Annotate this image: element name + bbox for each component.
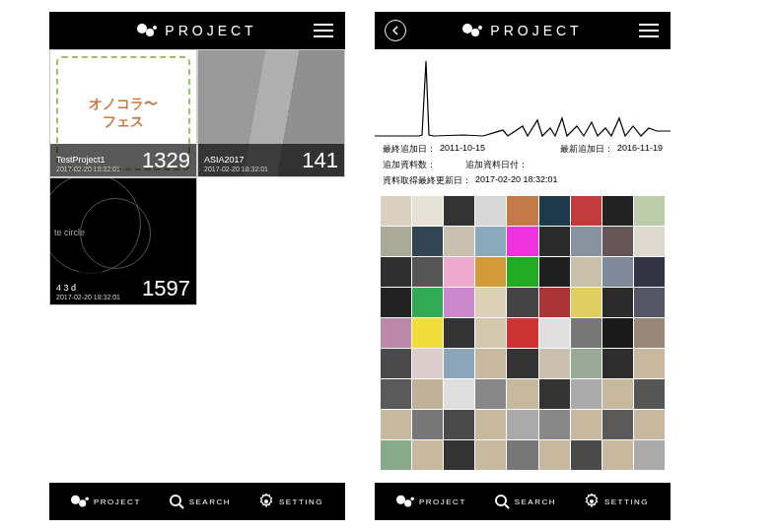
project-grid: オノコラ〜 フェス TestProject1 2017-02-20 18:32:…	[49, 49, 345, 483]
mosaic-tile[interactable]	[475, 349, 506, 378]
mosaic-tile[interactable]	[571, 318, 601, 348]
mosaic-tile[interactable]	[539, 379, 570, 409]
mosaic-tile[interactable]	[539, 257, 570, 287]
mosaic-tile[interactable]	[507, 349, 537, 378]
nav-project[interactable]: PROJECT	[396, 495, 466, 508]
menu-button[interactable]	[314, 24, 333, 37]
mosaic-tile[interactable]	[444, 440, 474, 470]
nav-setting[interactable]: SETTING	[584, 494, 649, 509]
mosaic-tile[interactable]	[602, 318, 633, 348]
mosaic-tile[interactable]	[507, 410, 537, 439]
mosaic-tile[interactable]	[539, 440, 570, 470]
back-button[interactable]	[385, 20, 406, 41]
project-card[interactable]: オノコラ〜 フェス TestProject1 2017-02-20 18:32:…	[49, 49, 197, 177]
mosaic-tile[interactable]	[507, 196, 537, 226]
project-card[interactable]: te circle 4 3 d 2017-02-20 18:32:01 1597	[49, 177, 197, 305]
nav-setting[interactable]: SETTING	[258, 494, 323, 509]
mosaic-tile[interactable]	[444, 318, 474, 348]
mosaic-tile[interactable]	[444, 227, 474, 256]
mosaic-tile[interactable]	[412, 196, 443, 226]
mosaic-tile[interactable]	[602, 349, 633, 378]
mosaic-tile[interactable]	[475, 196, 506, 226]
mosaic-tile[interactable]	[571, 288, 601, 317]
mosaic-tile[interactable]	[634, 196, 665, 226]
mosaic-tile[interactable]	[444, 257, 474, 287]
bottom-nav: PROJECT SEARCH SETTING	[375, 483, 671, 520]
mosaic-tile[interactable]	[571, 440, 601, 470]
mosaic-tile[interactable]	[381, 440, 411, 470]
mosaic-tile[interactable]	[571, 196, 601, 226]
mosaic-tile[interactable]	[412, 318, 443, 348]
mosaic-tile[interactable]	[634, 410, 665, 439]
mosaic-tile[interactable]	[381, 349, 411, 378]
mosaic-tile[interactable]	[602, 196, 633, 226]
mosaic-tile[interactable]	[475, 288, 506, 317]
mosaic-tile[interactable]	[571, 257, 601, 287]
mosaic-tile[interactable]	[475, 440, 506, 470]
mosaic-tile[interactable]	[602, 288, 633, 317]
mosaic-tile[interactable]	[475, 227, 506, 256]
mosaic-tile[interactable]	[507, 288, 537, 317]
mosaic-tile[interactable]	[381, 410, 411, 439]
mosaic-tile[interactable]	[634, 379, 665, 409]
mosaic-tile[interactable]	[381, 318, 411, 348]
mosaic-tile[interactable]	[381, 257, 411, 287]
mosaic-tile[interactable]	[571, 349, 601, 378]
mosaic-tile[interactable]	[634, 227, 665, 256]
brand-text: PROJECT	[165, 23, 256, 38]
mosaic-tile[interactable]	[507, 257, 537, 287]
mosaic-tile[interactable]	[602, 257, 633, 287]
mosaic-tile[interactable]	[412, 379, 443, 409]
brand-logo-icon	[462, 24, 482, 37]
mosaic-tile[interactable]	[634, 257, 665, 287]
mosaic-tile[interactable]	[507, 318, 537, 348]
mosaic-tile[interactable]	[444, 379, 474, 409]
thumbnail-mosaic[interactable]	[375, 194, 671, 470]
mosaic-tile[interactable]	[634, 349, 665, 378]
mosaic-tile[interactable]	[444, 410, 474, 439]
mosaic-tile[interactable]	[602, 379, 633, 409]
mosaic-tile[interactable]	[444, 196, 474, 226]
mosaic-tile[interactable]	[571, 410, 601, 439]
mosaic-tile[interactable]	[634, 318, 665, 348]
mosaic-tile[interactable]	[539, 318, 570, 348]
mosaic-tile[interactable]	[507, 440, 537, 470]
mosaic-tile[interactable]	[412, 410, 443, 439]
menu-button[interactable]	[639, 24, 659, 37]
nav-project[interactable]: PROJECT	[71, 495, 141, 508]
mosaic-tile[interactable]	[539, 288, 570, 317]
mosaic-tile[interactable]	[539, 196, 570, 226]
svg-point-3	[71, 496, 80, 504]
mosaic-tile[interactable]	[571, 379, 601, 409]
mosaic-tile[interactable]	[444, 288, 474, 317]
mosaic-tile[interactable]	[602, 410, 633, 439]
mosaic-tile[interactable]	[475, 318, 506, 348]
mosaic-tile[interactable]	[412, 349, 443, 378]
mosaic-tile[interactable]	[475, 410, 506, 439]
mosaic-tile[interactable]	[507, 379, 537, 409]
mosaic-tile[interactable]	[475, 379, 506, 409]
mosaic-tile[interactable]	[475, 257, 506, 287]
nav-label: PROJECT	[94, 498, 141, 506]
nav-search[interactable]: SEARCH	[494, 494, 556, 509]
mosaic-tile[interactable]	[412, 227, 443, 256]
mosaic-tile[interactable]	[412, 440, 443, 470]
mosaic-tile[interactable]	[381, 288, 411, 317]
mosaic-tile[interactable]	[634, 440, 665, 470]
mosaic-tile[interactable]	[381, 379, 411, 409]
mosaic-tile[interactable]	[444, 349, 474, 378]
nav-search[interactable]: SEARCH	[169, 494, 231, 509]
mosaic-tile[interactable]	[381, 196, 411, 226]
project-card[interactable]: ASIA2017 2017-02-20 18:32:01 141	[197, 49, 345, 177]
mosaic-tile[interactable]	[539, 410, 570, 439]
mosaic-tile[interactable]	[571, 227, 601, 256]
mosaic-tile[interactable]	[602, 227, 633, 256]
mosaic-tile[interactable]	[634, 288, 665, 317]
mosaic-tile[interactable]	[507, 227, 537, 256]
mosaic-tile[interactable]	[412, 288, 443, 317]
mosaic-tile[interactable]	[412, 257, 443, 287]
mosaic-tile[interactable]	[539, 349, 570, 378]
mosaic-tile[interactable]	[602, 440, 633, 470]
mosaic-tile[interactable]	[381, 227, 411, 256]
mosaic-tile[interactable]	[539, 227, 570, 256]
